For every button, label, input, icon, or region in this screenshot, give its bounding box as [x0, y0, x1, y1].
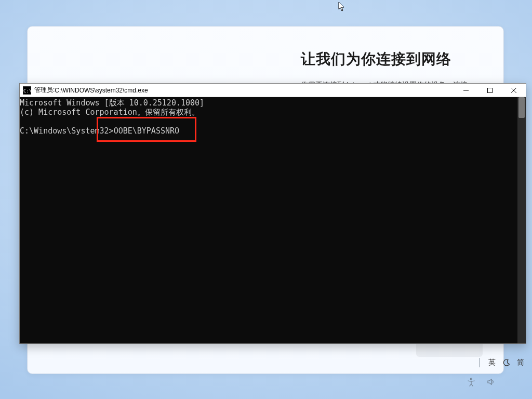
maximize-button[interactable]: [478, 84, 502, 97]
ime-language-indicator[interactable]: 英: [488, 358, 496, 367]
cmd-line-copyright: (c) Microsoft Corporation。保留所有权利。: [20, 108, 200, 117]
scrollbar-thumb[interactable]: [518, 97, 525, 118]
oobe-title: 让我们为你连接到网络: [301, 49, 474, 69]
tray-divider: [480, 358, 480, 367]
cmd-title-prefix: 管理员:: [34, 86, 55, 95]
cmd-typed-command: OOBE\BYPASSNRO: [114, 126, 179, 136]
accessibility-icon[interactable]: [467, 377, 476, 389]
cmd-prompt: C:\Windows\System32>: [20, 126, 114, 136]
mouse-cursor: [338, 2, 345, 12]
terminal-scrollbar[interactable]: [517, 97, 526, 343]
cmd-titlebar[interactable]: C:\ 管理员: C:\WINDOWS\system32\cmd.exe: [20, 84, 526, 97]
ime-tray[interactable]: 英 简: [475, 355, 529, 370]
cmd-output: Microsoft Windows [版本 10.0.25120.1000] (…: [20, 97, 526, 136]
svg-rect-0: [488, 88, 493, 92]
moon-icon[interactable]: [502, 358, 511, 367]
ime-mode-indicator[interactable]: 简: [517, 358, 525, 367]
minimize-button[interactable]: [454, 84, 478, 97]
svg-point-1: [470, 378, 472, 380]
cmd-line-version: Microsoft Windows [版本 10.0.25120.1000]: [20, 98, 204, 108]
close-button[interactable]: [502, 84, 526, 97]
cmd-title-path: C:\WINDOWS\system32\cmd.exe: [55, 87, 148, 94]
volume-icon[interactable]: [486, 377, 496, 389]
cmd-icon: C:\: [23, 86, 31, 95]
system-tray-icons: [467, 377, 496, 389]
cmd-terminal[interactable]: Microsoft Windows [版本 10.0.25120.1000] (…: [20, 97, 526, 343]
command-prompt-window[interactable]: C:\ 管理员: C:\WINDOWS\system32\cmd.exe Mic…: [19, 83, 526, 344]
